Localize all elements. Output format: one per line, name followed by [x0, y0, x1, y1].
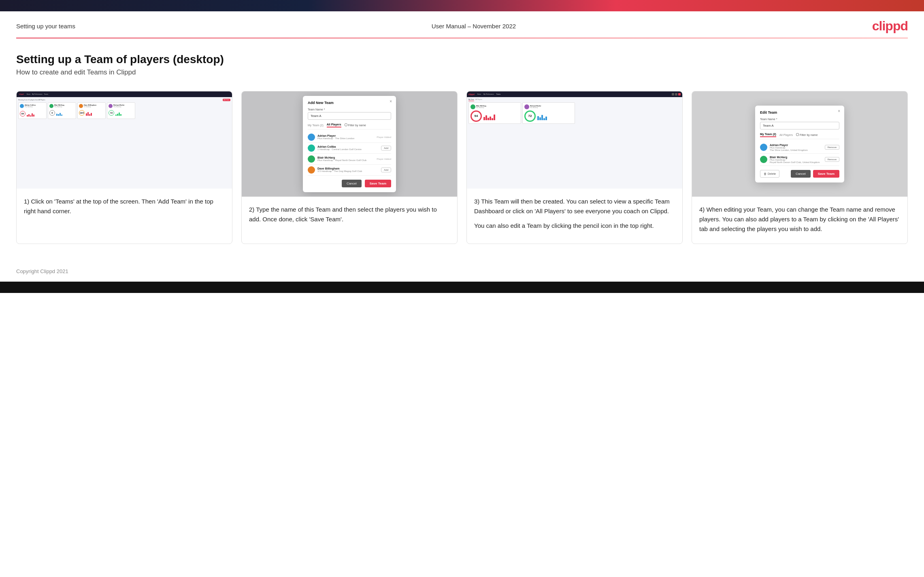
dialog4-delete-button[interactable]: 🗑 Delete [760, 170, 779, 178]
ss1-p1-bars [27, 112, 34, 117]
player-item-1: Adrian Player Plus Handicap · The Shire … [308, 132, 391, 143]
dialog4-save-button[interactable]: Save Team [813, 170, 839, 178]
dialog2-player-list: Adrian Player Plus Handicap · The Shire … [308, 132, 391, 176]
dialog2-tab-allplayers[interactable]: All Players [327, 123, 341, 127]
dialog4-tab-allplayers[interactable]: All Players [779, 134, 793, 136]
dialog2-tab-myteam[interactable]: My Team (2) [308, 124, 324, 127]
card-1-text: 1) Click on 'Teams' at the top of the sc… [17, 189, 232, 244]
dialog4-avatar-1 [760, 144, 767, 151]
dialog4-team-name-input[interactable]: Team A [760, 122, 839, 129]
card-2-text: 2) Type the name of this Team and then s… [242, 197, 457, 244]
player-avatar-4 [308, 166, 315, 174]
dialog4-remove-btn-1[interactable]: Remove [825, 145, 839, 150]
dialog4-tab-myteam[interactable]: My Team (2) [760, 133, 776, 137]
ss1-bar [115, 115, 117, 116]
ss1-bar [120, 114, 121, 116]
player-add-btn-2[interactable]: Add [381, 146, 391, 151]
player-name-3: Blair McHarg [317, 156, 374, 159]
ss3-bar [543, 118, 545, 120]
ss1-players: Adrian Collins Plus Handicap 84 [18, 102, 230, 119]
ss1-p3-score: 194 [79, 110, 85, 116]
ss1-nav-home: Home [27, 93, 30, 95]
ss1-avatar-4 [109, 104, 113, 108]
add-team-dialog: Add New Team × Team Name * Team A My Tea… [303, 96, 396, 192]
dialog4-player-2: Blair McHarg Plus HandicapRoyal North De… [760, 154, 839, 166]
player-action-1: Player Added [377, 136, 391, 138]
bottom-bar [0, 282, 924, 293]
dialog2-save-button[interactable]: Save Team [365, 180, 391, 187]
ss1-bar [27, 115, 28, 117]
header-manual-label: User Manual – November 2022 [432, 23, 516, 30]
ss3-player-1: Blair McHarg Plus Handicap 94 [468, 102, 521, 124]
ss3-tabs: My Team All Players [468, 99, 681, 101]
dialog4-filter-label: Filter by name [800, 134, 818, 136]
dialog4-remove-btn-2[interactable]: Remove [825, 157, 839, 162]
ss3-score-2: 72 [524, 110, 536, 122]
ss3-bar [539, 117, 541, 120]
dialog2-close[interactable]: × [390, 99, 392, 104]
ss3-bar [492, 118, 493, 120]
ss1-player-2: Blair McHarg Plus Handicap 0 [48, 102, 76, 119]
ss3-av-1 [471, 104, 475, 109]
ss1-bar [56, 114, 57, 116]
ss1-add-btn[interactable]: Add Team [223, 99, 230, 101]
card-3-step1: 3) This Team will then be created. You c… [474, 197, 675, 216]
card-2: Add New Team × Team Name * Team A My Tea… [241, 91, 458, 244]
ss3-p1-info: Plus Handicap [476, 107, 486, 108]
ss3-nav-teams: Teams [496, 93, 500, 95]
ss3-bar [537, 116, 539, 120]
dialog4-cancel-button[interactable]: Cancel [791, 170, 811, 178]
ss1-body: Showing 4 out of 4 players from All Play… [17, 97, 232, 189]
player-add-btn-4[interactable]: Add [381, 168, 391, 172]
clippd-logo: clippd [872, 19, 908, 33]
ss1-bar [58, 114, 59, 116]
dialog2-team-name-input[interactable]: Team A [308, 112, 391, 120]
dialog4-filter-checkbox[interactable] [796, 133, 799, 136]
ss1-p4-info: Plus Handicap [113, 106, 125, 108]
dialog2-cancel-button[interactable]: Cancel [342, 180, 362, 187]
dialog4-title: Edit Team [760, 110, 839, 115]
dialog4-close[interactable]: × [838, 109, 840, 113]
ss4-mockup: Edit Team × Team Name * Team A My Team (… [692, 91, 907, 197]
dialog4-player-club-2: Plus HandicapRoyal North Devon Golf Club… [770, 159, 822, 163]
ss1-avatar-3 [79, 104, 83, 108]
card-2-step: 2) Type the name of this Team and then s… [249, 206, 437, 223]
ss1-p1-info: Plus Handicap [25, 106, 36, 108]
player-club-1: Plus Handicap · The Shire London [317, 137, 374, 140]
player-item-2: Adrian Coliba 1 Handicap · Central Londo… [308, 143, 391, 154]
ss2-mockup: Add New Team × Team Name * Team A My Tea… [242, 91, 457, 197]
card-3-step2: You can also edit a Team by clicking the… [474, 221, 675, 231]
dialog4-player-club-1: Plus HandicapThe Shire London, United Ki… [770, 146, 822, 151]
dialog4-filter: Filter by name [796, 133, 818, 136]
ss3-scores-1: 94 [471, 110, 519, 122]
ss1-bar [33, 115, 34, 117]
ss3-bar [488, 118, 489, 120]
player-info-4: Dave Billingham 3.5 Handicap · The Gog M… [317, 167, 379, 172]
dialog2-filter-checkbox[interactable] [345, 123, 347, 126]
ss3-av-2 [524, 104, 529, 109]
dialog2-footer: Cancel Save Team [308, 180, 391, 187]
trash-icon: 🗑 [764, 172, 766, 175]
player-action-3: Player Added [377, 158, 391, 160]
ss1-bar [87, 112, 89, 116]
player-club-4: 3.5 Handicap · The Gog Magog Golf Club [317, 170, 379, 172]
player-info-3: Blair McHarg Plus Handicap · Royal North… [317, 156, 374, 161]
ss1-p4-score: 72 [109, 110, 114, 116]
player-avatar-3 [308, 155, 315, 163]
ss1-p3-info: 3.5 Handicap [84, 106, 96, 108]
ss1-avatar-2 [49, 104, 53, 108]
ss1-bar [61, 115, 62, 116]
ss3-nav-icons [672, 93, 681, 95]
ss1-bar [32, 113, 33, 117]
card-3: clippd Home My Performance Teams My Team [466, 91, 683, 244]
dialog4-player-1: Adrian Player Plus HandicapThe Shire Lon… [760, 142, 839, 154]
ss3-scores-2: 72 [524, 110, 573, 122]
player-club-2: 1 Handicap · Central London Golf Centre [317, 148, 379, 151]
ss1-p4-bars [115, 111, 121, 116]
player-avatar-1 [308, 134, 315, 141]
ss3-tab-myteam[interactable]: My Team [468, 99, 474, 101]
dialog4-player-info-2: Blair McHarg Plus HandicapRoyal North De… [770, 156, 822, 163]
main-content: Setting up a Team of players (desktop) H… [0, 38, 924, 264]
ss3-tab-all[interactable]: All Players [475, 99, 482, 101]
ss1-bar [86, 113, 87, 116]
